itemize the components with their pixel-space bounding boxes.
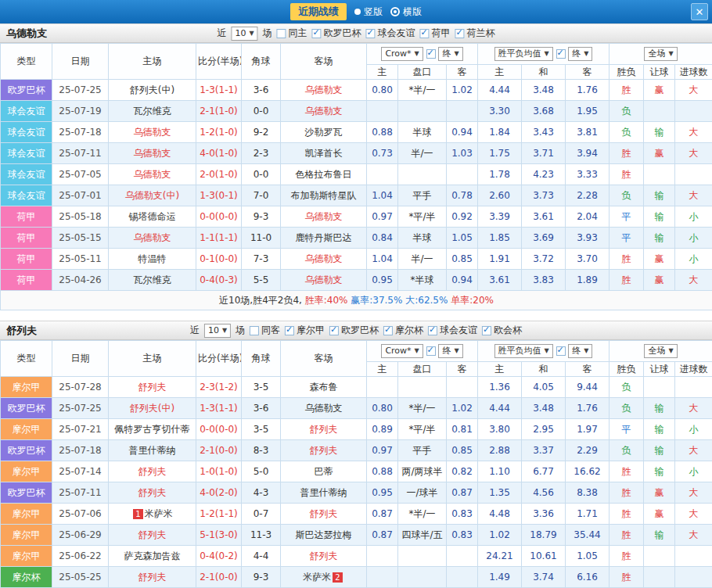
handicap-away-odds: 0.92 [447,206,478,228]
avg-home-odds: 1.84 [478,122,522,143]
away-team[interactable]: 乌德勒支 [281,249,367,270]
away-team[interactable]: 米萨米2 [281,567,367,588]
handicap-away-odds: 0.85 [447,249,478,270]
recent-count-value: 10 [208,325,219,336]
avg-odds-select[interactable]: 胜平负均值▼ [494,344,553,358]
away-team[interactable]: 巴蒂 [281,461,367,482]
checkbox-checked-icon [482,326,491,335]
final-odds-checkbox[interactable] [426,346,436,356]
home-team[interactable]: 瓦尔维克 [109,101,196,122]
away-team[interactable]: 舒列夫 [281,440,367,461]
league-filter[interactable]: 欧会杯 [482,324,522,337]
same-venue-filter[interactable]: 同主 [277,27,307,40]
section-header-bar: 乌德勒支 近10▼场同主欧罗巴杯球会友谊荷甲荷兰杯 [0,23,712,43]
close-button[interactable]: ✕ [691,3,708,20]
home-team[interactable]: 舒列夫 [109,525,196,546]
away-team[interactable]: 凯泽首长 [281,143,367,164]
home-team[interactable]: 普里什蒂纳 [109,440,196,461]
final-avg-select[interactable]: 终▼ [568,344,592,358]
away-team[interactable]: 乌德勒支 [281,80,367,101]
league-filter[interactable]: 欧罗巴杯 [329,324,379,337]
same-venue-filter[interactable]: 同客 [250,324,280,337]
away-team[interactable]: 乌德勒支 [281,101,367,122]
home-team[interactable]: 乌德勒支(中) [109,185,196,206]
corner-score: 8-3 [242,440,281,461]
league-filter[interactable]: 荷兰杯 [455,27,495,40]
away-team[interactable]: 森布鲁 [281,377,367,398]
col-avg-draw: 和 [522,65,566,80]
league-filter[interactable]: 欧罗巴杯 [312,27,361,40]
away-team[interactable]: 乌德勒支 [281,206,367,228]
avg-home-odds: 4.48 [478,504,522,525]
away-team[interactable]: 斯巴达瑟拉梅 [281,525,367,546]
league-filter[interactable]: 荷甲 [420,27,451,40]
layout-radio-horizontal[interactable]: 横版 [390,5,422,19]
league-filter[interactable]: 摩尔杯 [383,324,423,337]
away-team[interactable]: 舒列夫 [281,546,367,567]
scope-select[interactable]: 全场▼ [644,344,677,358]
result-goals [675,567,712,588]
away-team-name: 乌德勒支 [305,253,343,264]
away-team[interactable]: 乌德勒支 [281,270,367,291]
final-avg-select[interactable]: 终▼ [568,47,592,61]
home-team[interactable]: 舒列夫(中) [109,80,196,101]
summary-stat: 胜率:40% [305,295,351,306]
handicap-away-odds [447,546,478,567]
home-team[interactable]: 乌德勒支 [109,228,196,249]
chevron-down-icon: ▼ [545,346,549,357]
home-team[interactable]: 舒列夫 [109,377,196,398]
home-team[interactable]: 乌德勒支 [109,143,196,164]
corner-score: 2-3 [242,143,281,164]
bookmaker-select[interactable]: Crow*▼ [381,47,423,61]
final-avg-checkbox[interactable] [556,49,566,59]
home-team[interactable]: 舒列夫 [109,482,196,504]
away-team[interactable]: 鹿特丹斯巴达 [281,228,367,249]
filter-bar: 近10▼场同主欧罗巴杯球会友谊荷甲荷兰杯 [217,27,494,41]
layout-radio-vertical[interactable]: 竖版 [354,5,383,19]
checkbox-checked-icon [420,29,430,38]
league-filter[interactable]: 球会友谊 [366,27,415,40]
col-type: 类型 [1,44,52,80]
avg-away-odds: 3.93 [566,228,610,249]
home-team[interactable]: 1米萨米 [109,504,196,525]
match-date: 25-05-25 [52,567,109,588]
section-team-name: 乌德勒支 [0,27,47,41]
bookmaker-select[interactable]: Crow*▼ [381,344,423,358]
match-score: 0-4(0-2) [196,546,242,567]
scope-select[interactable]: 全场▼ [644,47,677,61]
home-team[interactable]: 萨克森加告兹 [109,546,196,567]
home-team[interactable]: 乌德勒支 [109,164,196,185]
handicap-away-odds [447,164,478,185]
league-filter[interactable]: 摩尔甲 [285,324,325,337]
recent-count-select[interactable]: 10▼ [204,324,231,338]
final-odds-checkbox[interactable] [426,49,436,59]
home-team[interactable]: 舒列夫 [109,461,196,482]
home-team[interactable]: 锡塔德命运 [109,206,196,228]
away-team[interactable]: 色格拉布鲁日 [281,164,367,185]
final-odds-select[interactable]: 终▼ [438,344,462,358]
home-team[interactable]: 瓦尔维克 [109,270,196,291]
summary-stat: 单率:20% [451,295,494,306]
home-team[interactable]: 舒列夫(中) [109,398,196,419]
recent-count-select[interactable]: 10▼ [231,27,257,41]
home-team[interactable]: 舒列夫 [109,567,196,588]
league-filter[interactable]: 球会友谊 [428,324,477,337]
col-away: 客场 [281,44,367,80]
final-avg-checkbox[interactable] [556,346,566,356]
away-team[interactable]: 普里什蒂纳 [281,482,367,504]
final-odds-select[interactable]: 终▼ [438,47,462,61]
away-team[interactable]: 舒列夫 [281,419,367,440]
home-team[interactable]: 乌德勒支 [109,122,196,143]
match-date: 25-06-29 [52,525,109,546]
match-date: 25-07-18 [52,440,109,461]
home-team[interactable]: 佩特罗古亨切什蒂 [109,419,196,440]
away-team[interactable]: 舒列夫 [281,504,367,525]
away-team[interactable]: 沙勒罗瓦 [281,122,367,143]
avg-odds-select[interactable]: 胜平负均值▼ [494,47,553,61]
handicap-line: *半球 [398,270,447,291]
league-type: 摩尔甲 [1,504,52,525]
away-team[interactable]: 乌德勒支 [281,398,367,419]
home-team[interactable]: 特温特 [109,249,196,270]
away-team[interactable]: 布加勒斯特星队 [281,185,367,206]
handicap-line: *平/半 [398,419,447,440]
